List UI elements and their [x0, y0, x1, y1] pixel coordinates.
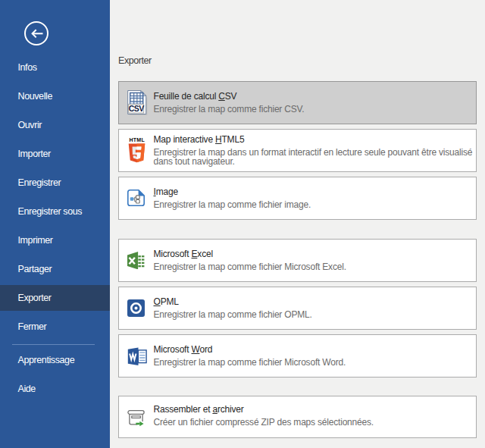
- svg-text:HTML: HTML: [129, 137, 145, 143]
- svg-text:CSV: CSV: [128, 104, 144, 113]
